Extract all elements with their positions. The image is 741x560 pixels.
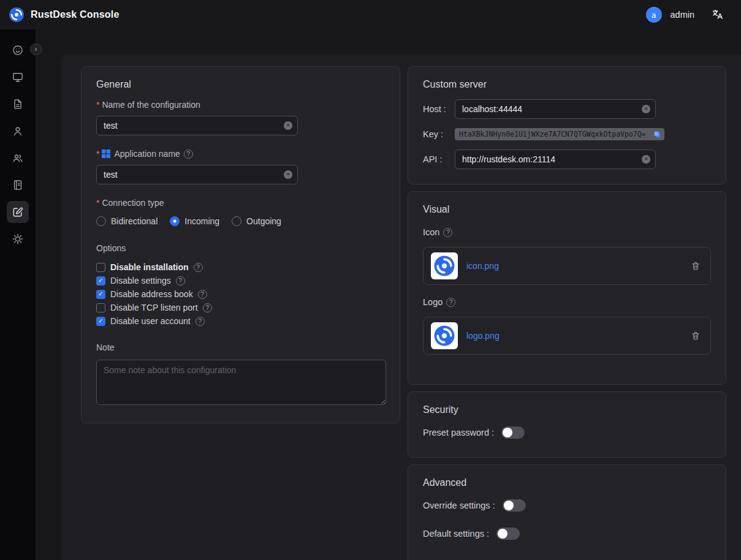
- key-value: HtaXBkJNHyn0e1U1jWXze7A7CN7QTGWqxkOtpaVp…: [459, 130, 650, 138]
- logo-label: Logo ?: [423, 297, 711, 307]
- clear-icon[interactable]: ✕: [284, 170, 292, 179]
- preset-password-toggle[interactable]: [501, 426, 525, 439]
- trash-icon[interactable]: [691, 261, 701, 271]
- right-column: Custom server Host : ✕ Key : HtaXBkJNHyn…: [408, 66, 726, 560]
- help-icon[interactable]: ?: [198, 290, 207, 299]
- clear-icon[interactable]: ✕: [642, 105, 650, 113]
- api-row: API : ✕: [423, 149, 711, 169]
- toggle-knob: [503, 428, 512, 437]
- note-textarea[interactable]: [96, 360, 386, 405]
- trash-icon[interactable]: [691, 331, 701, 341]
- content-surface: General * Name of the configuration ✕ *: [61, 54, 741, 560]
- radio-dot: [170, 216, 180, 226]
- advanced-title: Advanced: [423, 477, 711, 488]
- windows-icon: [102, 149, 110, 158]
- sidebar: [0, 29, 36, 560]
- icon-label: Icon ?: [423, 227, 711, 237]
- logo-file-link[interactable]: logo.png: [466, 331, 500, 341]
- note-label: Note: [96, 342, 385, 352]
- visual-title: Visual: [423, 204, 711, 215]
- icon-upload-box: icon.png: [423, 247, 711, 285]
- security-title: Security: [423, 404, 711, 415]
- name-label: * Name of the configuration: [96, 100, 385, 110]
- override-settings-row: Override settings :: [423, 499, 711, 512]
- rustdesk-logo-icon: [9, 7, 25, 23]
- checkbox-box: ✓: [96, 276, 105, 286]
- default-settings-toggle[interactable]: [496, 528, 520, 540]
- settings-icon[interactable]: [7, 228, 29, 250]
- groups-icon[interactable]: [7, 147, 29, 169]
- connection-type-label: * Connection type: [96, 198, 385, 208]
- checkbox-disable-settings[interactable]: ✓ Disable settings ?: [96, 274, 385, 287]
- host-row: Host : ✕: [423, 99, 711, 119]
- application-name-input[interactable]: [96, 165, 298, 184]
- users-icon[interactable]: [7, 120, 29, 142]
- api-input[interactable]: [455, 149, 656, 169]
- checkbox-box: ✓: [96, 303, 105, 312]
- name-input-wrap: ✕: [96, 116, 298, 135]
- default-settings-row: Default settings :: [423, 528, 711, 540]
- avatar[interactable]: a: [646, 7, 662, 23]
- custom-clients-icon[interactable]: [7, 201, 29, 223]
- required-asterisk: *: [96, 149, 99, 159]
- radio-outgoing[interactable]: Outgoing: [232, 216, 281, 226]
- brand: RustDesk Console: [9, 7, 120, 23]
- key-row: Key : HtaXBkJNHyn0e1U1jWXze7A7CN7QTGWqxk…: [423, 128, 711, 140]
- custom-server-card: Custom server Host : ✕ Key : HtaXBkJNHyn…: [408, 66, 726, 184]
- host-input[interactable]: [455, 99, 656, 119]
- required-asterisk: *: [96, 100, 99, 110]
- username[interactable]: admin: [671, 10, 695, 20]
- sidebar-collapse-button[interactable]: ›: [30, 44, 42, 55]
- copy-icon[interactable]: [653, 131, 661, 138]
- override-settings-toggle[interactable]: [503, 499, 526, 512]
- advanced-card: Advanced Override settings : Default set…: [408, 464, 726, 560]
- preset-password-row: Preset password :: [423, 426, 711, 439]
- application-input-wrap: ✕: [96, 165, 298, 184]
- host-label: Host :: [423, 104, 455, 114]
- security-card: Security Preset password :: [408, 392, 726, 458]
- checkbox-disable-installation[interactable]: ✓ Disable installation ?: [96, 260, 385, 274]
- radio-bidirectional[interactable]: Bidirectional: [96, 216, 158, 226]
- help-icon[interactable]: ?: [196, 317, 205, 326]
- checkbox-box: ✓: [96, 263, 105, 272]
- checkbox-box: ✓: [96, 290, 105, 299]
- custom-server-title: Custom server: [423, 79, 711, 90]
- help-icon[interactable]: ?: [446, 298, 455, 307]
- name-input[interactable]: [96, 116, 298, 135]
- checkbox-disable-tcp-listen-port[interactable]: ✓ Disable TCP listen port ?: [96, 301, 385, 314]
- help-icon[interactable]: ?: [443, 228, 452, 237]
- main-area: General * Name of the configuration ✕ *: [36, 29, 741, 560]
- api-label: API :: [423, 154, 455, 164]
- help-icon[interactable]: ?: [203, 303, 212, 312]
- general-title: General: [96, 79, 385, 90]
- logo-upload-box: logo.png: [423, 317, 711, 355]
- required-asterisk: *: [96, 198, 99, 208]
- clear-icon[interactable]: ✕: [642, 155, 650, 164]
- help-icon[interactable]: ?: [194, 263, 203, 272]
- icon-thumbnail: [431, 252, 458, 279]
- topbar-right: a admin: [646, 7, 724, 23]
- documents-icon[interactable]: [7, 93, 29, 115]
- shell: › General * Name of the configuration ✕: [0, 29, 741, 560]
- app-title: RustDesk Console: [31, 9, 120, 20]
- application-name-label: * Application name ?: [96, 149, 385, 159]
- radio-incoming[interactable]: Incoming: [170, 216, 219, 226]
- default-settings-label: Default settings :: [423, 529, 489, 539]
- checkbox-disable-address-book[interactable]: ✓ Disable address book ?: [96, 287, 385, 301]
- left-column: General * Name of the configuration ✕ *: [81, 66, 400, 423]
- radio-dot: [96, 216, 106, 226]
- checkbox-disable-user-account[interactable]: ✓ Disable user account ?: [96, 314, 385, 328]
- devices-icon[interactable]: [7, 66, 29, 88]
- radio-dot: [232, 216, 241, 226]
- address-books-icon[interactable]: [7, 174, 29, 196]
- language-icon[interactable]: [712, 9, 724, 21]
- key-label: Key :: [423, 129, 455, 139]
- icon-file-link[interactable]: icon.png: [466, 261, 499, 271]
- toggle-knob: [498, 529, 507, 539]
- general-card: General * Name of the configuration ✕ *: [81, 66, 400, 423]
- dashboard-icon[interactable]: [7, 39, 29, 61]
- help-icon[interactable]: ?: [184, 149, 193, 159]
- help-icon[interactable]: ?: [176, 276, 185, 286]
- clear-icon[interactable]: ✕: [284, 121, 292, 130]
- override-settings-label: Override settings :: [423, 501, 495, 510]
